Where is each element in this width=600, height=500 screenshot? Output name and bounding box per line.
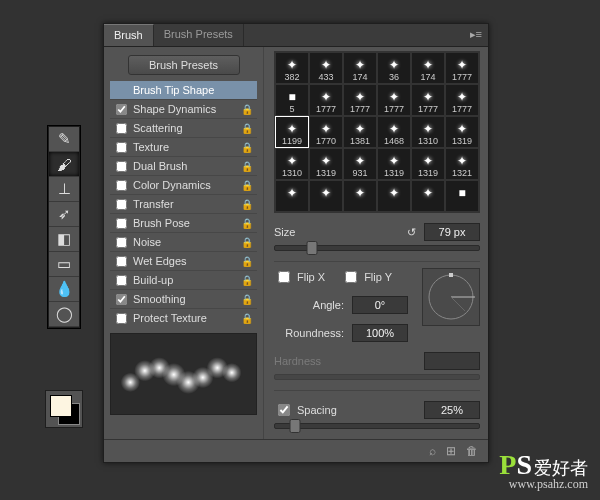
brush-preset-cell[interactable]: ✦1199 <box>275 116 309 148</box>
brush-tool[interactable]: 🖌 <box>49 152 79 177</box>
brush-thumb-icon: ✦ <box>389 187 399 199</box>
brush-thumb-icon: ✦ <box>423 155 433 167</box>
option-transfer[interactable]: Transfer🔒 <box>110 194 257 213</box>
option-transfer-checkbox[interactable] <box>116 199 127 210</box>
dodge-tool[interactable]: ◯ <box>49 302 79 327</box>
brush-preset-cell[interactable]: ✦1319 <box>377 148 411 180</box>
option-build-checkbox[interactable] <box>116 275 127 286</box>
panel-menu-icon[interactable]: ▸≡ <box>464 24 488 46</box>
brush-preset-cell[interactable]: ✦1468 <box>377 116 411 148</box>
option-texture-label: Texture <box>133 141 241 153</box>
brush-preset-cell[interactable]: ✦433 <box>309 52 343 84</box>
color-swatches[interactable] <box>45 390 83 428</box>
brush-preset-cell[interactable]: ✦1310 <box>275 148 309 180</box>
brush-preset-cell[interactable]: ■ <box>445 180 479 212</box>
brush-preset-cell[interactable]: ✦1777 <box>445 52 479 84</box>
brush-preset-cell[interactable]: ■5 <box>275 84 309 116</box>
angle-roundness-widget[interactable] <box>422 268 480 326</box>
option-shape-checkbox[interactable] <box>116 104 127 115</box>
brush-preset-cell[interactable]: ✦1777 <box>309 84 343 116</box>
lock-icon[interactable]: 🔒 <box>241 218 253 229</box>
option-shape[interactable]: Shape Dynamics🔒 <box>110 99 257 118</box>
bandage-tool[interactable]: ✎ <box>49 127 79 152</box>
lock-icon[interactable]: 🔒 <box>241 161 253 172</box>
foreground-color-swatch[interactable] <box>50 395 72 417</box>
reset-size-icon[interactable]: ↺ <box>407 226 416 239</box>
brush-options-column: Brush Presets Brush Tip ShapeShape Dynam… <box>104 47 264 439</box>
flip-y-checkbox[interactable]: Flip Y <box>341 268 392 286</box>
spacing-checkbox[interactable]: Spacing <box>274 401 337 419</box>
option-pose-checkbox[interactable] <box>116 218 127 229</box>
option-scatter-checkbox[interactable] <box>116 123 127 134</box>
lock-icon[interactable]: 🔒 <box>241 123 253 134</box>
brush-preset-cell[interactable]: ✦1319 <box>411 148 445 180</box>
option-tip[interactable]: Brush Tip Shape <box>110 81 257 99</box>
brush-preset-cell[interactable]: ✦1777 <box>445 84 479 116</box>
brush-thumb-icon: ✦ <box>287 123 297 135</box>
option-scatter[interactable]: Scattering🔒 <box>110 118 257 137</box>
brush-preset-cell[interactable]: ✦1777 <box>411 84 445 116</box>
brush-preset-cell[interactable]: ✦1381 <box>343 116 377 148</box>
option-wet-checkbox[interactable] <box>116 256 127 267</box>
lock-icon[interactable]: 🔒 <box>241 199 253 210</box>
brush-preset-cell[interactable]: ✦1777 <box>343 84 377 116</box>
option-dual[interactable]: Dual Brush🔒 <box>110 156 257 175</box>
option-colordyn-checkbox[interactable] <box>116 180 127 191</box>
lock-icon[interactable]: 🔒 <box>241 256 253 267</box>
gradient-tool[interactable]: ▭ <box>49 252 79 277</box>
brush-preset-cell[interactable]: ✦1770 <box>309 116 343 148</box>
option-build[interactable]: Build-up🔒 <box>110 270 257 289</box>
option-protect-checkbox[interactable] <box>116 313 127 324</box>
history-brush-tool[interactable]: ➶ <box>49 202 79 227</box>
spacing-slider[interactable] <box>274 423 480 429</box>
option-texture[interactable]: Texture🔒 <box>110 137 257 156</box>
brush-preset-cell[interactable]: ✦36 <box>377 52 411 84</box>
lock-icon[interactable]: 🔒 <box>241 275 253 286</box>
flip-x-checkbox[interactable]: Flip X <box>274 268 325 286</box>
brush-preset-cell[interactable]: ✦ <box>343 180 377 212</box>
brush-preset-cell[interactable]: ✦931 <box>343 148 377 180</box>
angle-input[interactable] <box>352 296 408 314</box>
lock-icon[interactable]: 🔒 <box>241 237 253 248</box>
brush-preset-cell[interactable]: ✦174 <box>411 52 445 84</box>
brush-presets-button[interactable]: Brush Presets <box>128 55 240 75</box>
option-noise-checkbox[interactable] <box>116 237 127 248</box>
lock-icon[interactable]: 🔒 <box>241 180 253 191</box>
brush-preset-cell[interactable]: ✦ <box>309 180 343 212</box>
brush-preset-cell[interactable]: ✦174 <box>343 52 377 84</box>
brush-preset-cell[interactable]: ✦1319 <box>445 116 479 148</box>
eraser-tool[interactable]: ◧ <box>49 227 79 252</box>
spacing-input[interactable] <box>424 401 480 419</box>
roundness-input[interactable] <box>352 324 408 342</box>
tab-brush-presets[interactable]: Brush Presets <box>154 24 244 46</box>
brush-preset-cell[interactable]: ✦382 <box>275 52 309 84</box>
toggle-preview-icon[interactable]: ⌕ <box>429 444 436 458</box>
delete-brush-icon[interactable]: 🗑 <box>466 444 478 458</box>
brush-preset-cell[interactable]: ✦ <box>377 180 411 212</box>
blur-tool[interactable]: 💧 <box>49 277 79 302</box>
lock-icon[interactable]: 🔒 <box>241 142 253 153</box>
brush-preset-cell[interactable]: ✦1777 <box>377 84 411 116</box>
brush-preset-cell[interactable]: ✦ <box>411 180 445 212</box>
stamp-tool[interactable]: ⊥ <box>49 177 79 202</box>
option-colordyn[interactable]: Color Dynamics🔒 <box>110 175 257 194</box>
lock-icon[interactable]: 🔒 <box>241 104 253 115</box>
option-smooth[interactable]: Smoothing🔒 <box>110 289 257 308</box>
option-noise[interactable]: Noise🔒 <box>110 232 257 251</box>
option-protect[interactable]: Protect Texture🔒 <box>110 308 257 327</box>
brush-preset-cell[interactable]: ✦1321 <box>445 148 479 180</box>
brush-preset-cell[interactable]: ✦ <box>275 180 309 212</box>
size-slider[interactable] <box>274 245 480 251</box>
brush-preset-cell[interactable]: ✦1319 <box>309 148 343 180</box>
option-wet[interactable]: Wet Edges🔒 <box>110 251 257 270</box>
new-brush-icon[interactable]: ⊞ <box>446 444 456 458</box>
lock-icon[interactable]: 🔒 <box>241 313 253 324</box>
option-dual-checkbox[interactable] <box>116 161 127 172</box>
brush-preset-cell[interactable]: ✦1310 <box>411 116 445 148</box>
lock-icon[interactable]: 🔒 <box>241 294 253 305</box>
option-smooth-checkbox[interactable] <box>116 294 127 305</box>
option-pose[interactable]: Brush Pose🔒 <box>110 213 257 232</box>
option-texture-checkbox[interactable] <box>116 142 127 153</box>
size-input[interactable] <box>424 223 480 241</box>
tab-brush[interactable]: Brush <box>104 24 154 46</box>
